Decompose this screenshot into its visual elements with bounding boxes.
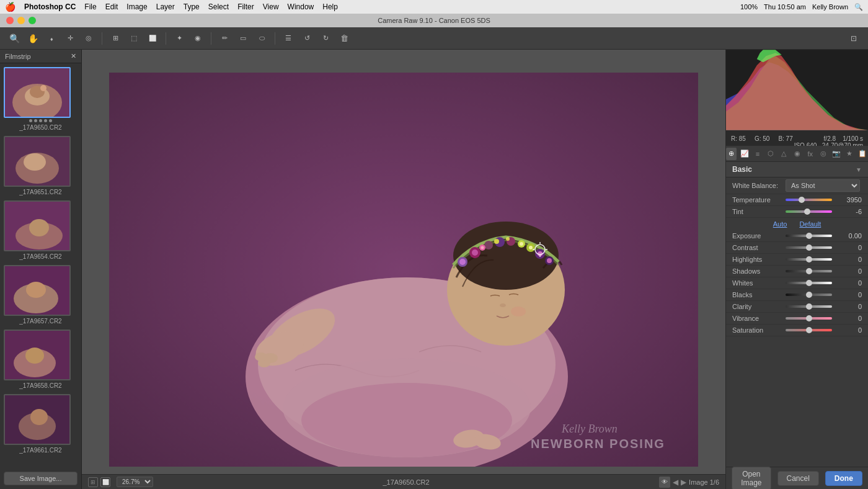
contrast-control[interactable]: [786, 246, 832, 249]
panel-tool-basic[interactable]: ⊕: [726, 148, 737, 160]
save-image-button[interactable]: Save Image...: [4, 472, 78, 485]
whites-slider-track[interactable]: [786, 282, 832, 284]
exposure-control[interactable]: [786, 235, 832, 237]
white-balance-tool[interactable]: ⬧: [43, 30, 60, 47]
highlights-control[interactable]: [786, 258, 832, 261]
search-icon[interactable]: 🔍: [854, 3, 863, 11]
vibrance-slider-track[interactable]: [786, 317, 832, 320]
transform-tool[interactable]: ⬜: [144, 30, 161, 47]
shadows-control[interactable]: [786, 270, 832, 272]
saturation-control[interactable]: [786, 329, 832, 331]
panel-tool-presets[interactable]: ★: [844, 148, 855, 160]
menu-view[interactable]: View: [263, 2, 279, 11]
panel-tool-colorgrading[interactable]: ⬡: [766, 148, 776, 160]
contrast-slider-track[interactable]: [786, 246, 832, 249]
filmstrip-item-4[interactable]: _17A9658.CR2: [4, 330, 78, 389]
filmstrip-item-1[interactable]: _17A9651.CR2: [4, 136, 78, 195]
highlights-slider-thumb[interactable]: [806, 256, 812, 262]
whites-control[interactable]: [786, 282, 832, 284]
graduated-filter-tool[interactable]: ▭: [235, 30, 251, 47]
adjustment-brush-tool[interactable]: ✏: [216, 30, 232, 47]
filmstrip-thumbnail-0[interactable]: [4, 67, 71, 118]
auto-button[interactable]: Auto: [773, 220, 787, 228]
straighten-tool[interactable]: ⬚: [126, 30, 142, 47]
panel-tool-camera[interactable]: 📷: [831, 148, 841, 160]
preview-icon[interactable]: 👁: [659, 477, 670, 488]
default-button[interactable]: Default: [799, 220, 821, 228]
temperature-control[interactable]: [786, 199, 832, 201]
blacks-control[interactable]: [786, 294, 832, 296]
filmstrip-item-5[interactable]: _17A9661.CR2: [4, 394, 78, 454]
white-balance-select[interactable]: As Shot Auto Daylight Cloudy Shade Tungs…: [786, 179, 860, 192]
menu-filter[interactable]: Filter: [237, 2, 254, 11]
app-name[interactable]: Photoshop CC: [24, 2, 76, 11]
panel-tool-tonecurve[interactable]: 📈: [739, 148, 750, 160]
next-image-button[interactable]: ▶: [681, 478, 686, 487]
prev-image-button[interactable]: ◀: [673, 478, 678, 487]
whites-slider-thumb[interactable]: [806, 280, 812, 286]
canvas-view-icon-2[interactable]: ⬜: [100, 477, 110, 487]
filmstrip-item-2[interactable]: _17A9654.CR2: [4, 200, 78, 260]
highlights-slider-track[interactable]: [786, 258, 832, 261]
blacks-slider-track[interactable]: [786, 294, 832, 296]
menu-help[interactable]: Help: [322, 2, 338, 11]
redo-tool[interactable]: ↻: [317, 30, 334, 47]
exposure-slider-track[interactable]: [786, 235, 832, 237]
undo-tool[interactable]: ↺: [299, 30, 315, 47]
shadows-slider-thumb[interactable]: [806, 268, 812, 274]
clarity-control[interactable]: [786, 305, 832, 308]
filmstrip-item-3[interactable]: _17A9657.CR2: [4, 265, 78, 325]
color-sampler-tool[interactable]: ✛: [62, 30, 78, 47]
menu-layer[interactable]: Layer: [156, 2, 175, 11]
close-window-button[interactable]: [6, 17, 14, 24]
temperature-slider-thumb[interactable]: [799, 197, 805, 203]
clarity-slider-track[interactable]: [786, 305, 832, 308]
zoom-tool[interactable]: 🔍: [6, 30, 22, 47]
menu-edit[interactable]: Edit: [105, 2, 118, 11]
panel-tool-sharpening[interactable]: △: [779, 148, 789, 160]
vibrance-control[interactable]: [786, 317, 832, 320]
filmstrip-item-0[interactable]: _17A9650.CR2: [4, 67, 78, 131]
temperature-slider-track[interactable]: [786, 199, 832, 201]
full-screen-toggle[interactable]: ⊡: [846, 30, 862, 47]
panel-tool-effects[interactable]: fx: [805, 148, 815, 160]
crop-tool[interactable]: ⊞: [107, 30, 123, 47]
filmstrip-thumbnail-4[interactable]: [4, 330, 71, 380]
exposure-slider-thumb[interactable]: [806, 233, 812, 239]
zoom-select[interactable]: 26.7% 50% 100%: [117, 477, 153, 487]
blacks-slider-thumb[interactable]: [806, 292, 812, 298]
filmstrip-close-button[interactable]: ✕: [71, 52, 76, 60]
panel-tool-hsl[interactable]: ≡: [752, 148, 763, 160]
preferences-tool[interactable]: ☰: [280, 30, 296, 47]
panel-tool-lenscorrections[interactable]: ◉: [792, 148, 802, 160]
vibrance-slider-thumb[interactable]: [806, 315, 812, 321]
filmstrip-thumbnail-2[interactable]: [4, 200, 71, 251]
canvas-view-icon-1[interactable]: ⊞: [88, 477, 98, 487]
delete-tool[interactable]: 🗑: [336, 30, 352, 47]
filmstrip-thumbnail-3[interactable]: [4, 265, 71, 316]
menu-file[interactable]: File: [84, 2, 96, 11]
saturation-slider-track[interactable]: [786, 329, 832, 331]
target-tool[interactable]: ◎: [81, 30, 97, 47]
menu-window[interactable]: Window: [288, 2, 314, 11]
red-eye-tool[interactable]: ◉: [190, 30, 206, 47]
shadows-slider-track[interactable]: [786, 270, 832, 272]
done-button[interactable]: Done: [825, 471, 862, 486]
radial-filter-tool[interactable]: ⬭: [254, 30, 270, 47]
clarity-slider-thumb[interactable]: [806, 303, 812, 310]
panel-collapse-icon[interactable]: ▼: [856, 166, 862, 173]
filmstrip-thumbnail-1[interactable]: [4, 136, 71, 187]
menu-image[interactable]: Image: [126, 2, 147, 11]
contrast-slider-thumb[interactable]: [806, 244, 812, 251]
menu-select[interactable]: Select: [208, 2, 229, 11]
hand-tool[interactable]: ✋: [25, 30, 41, 47]
open-image-button[interactable]: Open Image: [732, 467, 771, 490]
filmstrip-thumbnail-5[interactable]: [4, 394, 71, 445]
cancel-button[interactable]: Cancel: [777, 471, 819, 486]
tint-slider-track[interactable]: [786, 210, 832, 213]
maximize-window-button[interactable]: [29, 17, 36, 24]
minimize-window-button[interactable]: [17, 17, 25, 24]
saturation-slider-thumb[interactable]: [806, 327, 812, 333]
panel-tool-snapshots[interactable]: 📋: [857, 148, 868, 160]
tint-control[interactable]: [786, 210, 832, 213]
